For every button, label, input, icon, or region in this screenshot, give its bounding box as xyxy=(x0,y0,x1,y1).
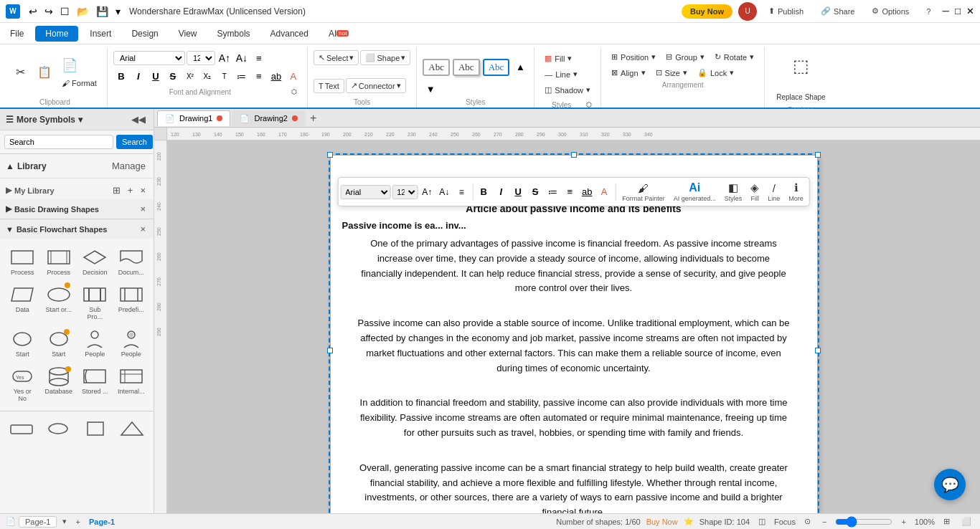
shape-start-1[interactable]: Start xyxy=(6,326,39,361)
fill-button[interactable]: ▩ Fill ▾ xyxy=(540,52,595,65)
search-input[interactable] xyxy=(4,135,113,149)
tab-drawing1[interactable]: 📄 Drawing1 xyxy=(157,110,230,126)
publish-button[interactable]: ⬆ Publish xyxy=(763,4,809,19)
font-decrease-button[interactable]: A↓ xyxy=(234,50,250,66)
shape-internal[interactable]: Internal... xyxy=(115,363,148,405)
shape-process-2[interactable]: Process xyxy=(42,244,75,279)
font-size-select[interactable]: 12 xyxy=(187,51,215,65)
shape-extra-1[interactable] xyxy=(4,416,39,442)
shape-predefined[interactable]: Predefi... xyxy=(115,282,148,323)
redo-button[interactable]: ↪ xyxy=(42,4,56,19)
position-button[interactable]: ⊞ Position ▾ xyxy=(607,50,660,64)
style-preset-1[interactable]: Abc xyxy=(423,59,450,76)
connector-dropdown[interactable]: ↗ Connector ▾ xyxy=(346,78,406,93)
page-label[interactable]: Page-1 xyxy=(19,516,57,528)
menu-ai[interactable]: AI hot xyxy=(319,26,359,42)
shape-people-2[interactable]: People xyxy=(115,326,148,361)
float-italic[interactable]: I xyxy=(493,184,509,200)
float-bold[interactable]: B xyxy=(476,184,491,200)
line-button[interactable]: — Line ▾ xyxy=(540,67,595,81)
bold-button[interactable]: B xyxy=(113,68,129,84)
menu-file[interactable]: File xyxy=(0,26,34,42)
shape-document[interactable]: Docum... xyxy=(115,244,148,279)
user-avatar[interactable]: U xyxy=(738,2,757,21)
search-button[interactable]: Search xyxy=(116,135,153,149)
font-increase-button[interactable]: A↑ xyxy=(217,50,232,66)
maximize-button[interactable]: □ xyxy=(955,6,961,16)
shape-decision[interactable]: Decision xyxy=(78,244,111,279)
float-underline[interactable]: U xyxy=(510,184,526,200)
list-style-button[interactable]: ≔ xyxy=(234,68,250,84)
basic-drawing-shapes-close[interactable]: × xyxy=(138,203,148,215)
manage-button[interactable]: Manage xyxy=(110,160,148,172)
chatbot-button[interactable]: 💬 xyxy=(934,469,966,500)
replace-shape-button[interactable]: ⬚ Replace Shape xyxy=(771,53,831,105)
help-button[interactable]: ? xyxy=(920,4,936,19)
lock-button[interactable]: 🔒 Lock ▾ xyxy=(693,66,738,80)
my-library-header[interactable]: ▶ My Library ⊞ + × xyxy=(6,181,148,199)
font-expand-button[interactable]: ⬡ xyxy=(287,84,301,100)
zoom-slider[interactable] xyxy=(835,516,892,528)
float-font-family[interactable]: Arial xyxy=(340,185,390,199)
menu-insert[interactable]: Insert xyxy=(80,26,121,42)
shape-start-or[interactable]: Start or... xyxy=(42,282,75,323)
float-styles[interactable]: ◧ Styles xyxy=(721,180,746,204)
format-brush-button[interactable]: 🖌 Format xyxy=(57,77,101,90)
float-more[interactable]: ℹ More xyxy=(785,180,807,204)
float-format-painter[interactable]: 🖌 Format Painter xyxy=(618,181,669,204)
styles-scroll-down[interactable]: ▼ xyxy=(423,81,438,97)
shape-data[interactable]: Data xyxy=(6,282,39,323)
menu-view[interactable]: View xyxy=(169,26,207,42)
my-library-add-page-button[interactable]: ⊞ xyxy=(110,184,123,196)
shape-extra-4[interactable] xyxy=(116,416,150,442)
my-library-close-button[interactable]: × xyxy=(138,184,148,196)
float-font-up[interactable]: A↑ xyxy=(419,184,435,200)
subscript-button[interactable]: X₂ xyxy=(199,68,215,84)
my-library-add-button[interactable]: + xyxy=(126,184,136,196)
buy-now-button[interactable]: Buy Now xyxy=(682,4,732,19)
shape-start-2[interactable]: Start xyxy=(42,326,75,361)
shape-extra-3[interactable] xyxy=(78,416,113,442)
page-dropdown-button[interactable]: ▾ xyxy=(60,516,70,527)
align-button[interactable]: ⊠ Align ▾ xyxy=(607,66,649,80)
add-tab-button[interactable]: + xyxy=(307,112,319,125)
style-preset-2[interactable]: Abc xyxy=(453,59,480,76)
sidebar-collapse-button[interactable]: ◀◀ xyxy=(129,113,148,125)
options-button[interactable]: ⚙ Options xyxy=(866,4,915,19)
float-color[interactable]: A xyxy=(596,184,612,200)
menu-design[interactable]: Design xyxy=(121,26,168,42)
copy-button[interactable]: 📋 xyxy=(33,65,56,80)
save-button[interactable]: 💾 xyxy=(93,4,111,19)
menu-symbols[interactable]: Symbols xyxy=(207,26,260,42)
float-underline2[interactable]: ab xyxy=(579,184,595,200)
float-font-size[interactable]: 12 xyxy=(392,185,418,199)
new-file-button[interactable]: ☐ xyxy=(57,4,72,19)
undo-button[interactable]: ↩ xyxy=(26,4,40,19)
shape-people-1[interactable]: People xyxy=(78,326,111,361)
menu-home[interactable]: Home xyxy=(35,26,78,42)
layers-button[interactable]: ◫ xyxy=(755,516,768,527)
shape-extra-2[interactable] xyxy=(42,416,76,442)
paste-button[interactable]: 📄 xyxy=(57,55,101,75)
zoom-in-button[interactable]: + xyxy=(898,517,908,527)
canvas-content[interactable]: Arial 12 A↑ A↓ ≡ B I U S ≔ ≡ ab xyxy=(167,140,980,513)
share-button[interactable]: 🔗 Share xyxy=(815,4,860,19)
menu-advanced[interactable]: Advanced xyxy=(260,26,319,42)
rotate-button[interactable]: ↻ Rotate ▾ xyxy=(710,50,758,64)
float-line[interactable]: / Line xyxy=(764,181,783,204)
fullscreen-button[interactable]: ⬜ xyxy=(958,516,974,527)
styles-scroll-up[interactable]: ▲ xyxy=(512,59,528,75)
shape-database[interactable]: Database xyxy=(42,363,75,405)
float-list2[interactable]: ≡ xyxy=(562,184,578,200)
float-align[interactable]: ≡ xyxy=(453,184,469,200)
size-button[interactable]: ⊡ Size ▾ xyxy=(651,66,692,80)
float-strikethrough[interactable]: S xyxy=(527,184,543,200)
font-color-button[interactable]: A xyxy=(286,68,301,84)
align-button[interactable]: ≡ xyxy=(251,50,267,66)
underline2-button[interactable]: ab xyxy=(268,68,284,84)
shape-process-1[interactable]: Process xyxy=(6,244,39,279)
shape-dropdown[interactable]: ⬜ Shape ▾ xyxy=(360,50,410,65)
group-button[interactable]: ⊟ Group ▾ xyxy=(661,50,709,64)
close-button[interactable]: ✕ xyxy=(966,6,974,16)
float-font-down[interactable]: A↓ xyxy=(436,184,452,200)
